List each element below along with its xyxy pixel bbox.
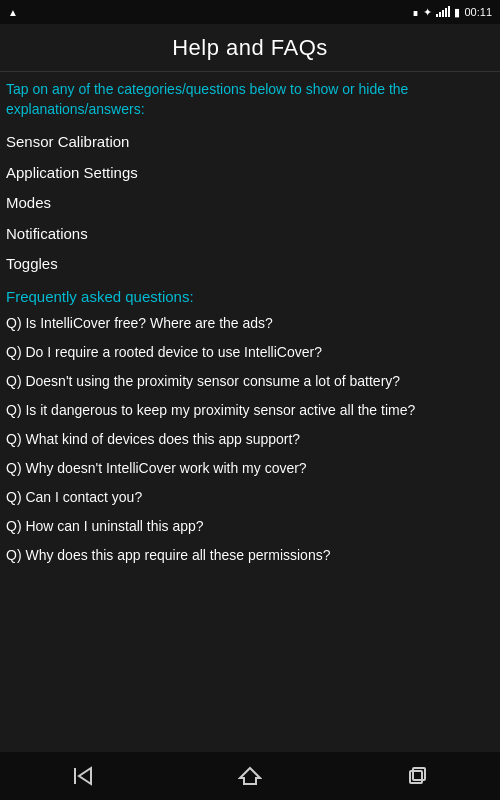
title-bar: Help and FAQs [0, 24, 500, 72]
faq-item-0[interactable]: Q) Is IntelliCover free? Where are the a… [6, 309, 494, 338]
categories-list: Sensor Calibration Application Settings … [6, 127, 494, 280]
content-area: Tap on any of the categories/questions b… [0, 72, 500, 752]
faq-section-header: Frequently asked questions: [6, 280, 494, 309]
nav-bar [0, 752, 500, 800]
status-bar: ▲ ∎ ✦ ▮ 00:11 [0, 0, 500, 24]
svg-marker-0 [79, 768, 91, 784]
bluetooth-icon: ∎ [412, 6, 419, 19]
svg-rect-3 [410, 771, 422, 783]
category-application-settings[interactable]: Application Settings [6, 158, 494, 189]
faq-item-4[interactable]: Q) What kind of devices does this app su… [6, 425, 494, 454]
svg-marker-2 [240, 768, 260, 784]
faq-item-8[interactable]: Q) Why does this app require all these p… [6, 541, 494, 570]
faq-item-7[interactable]: Q) How can I uninstall this app? [6, 512, 494, 541]
category-notifications[interactable]: Notifications [6, 219, 494, 250]
status-left: ▲ [8, 7, 18, 18]
svg-rect-4 [413, 768, 425, 780]
category-toggles[interactable]: Toggles [6, 249, 494, 280]
faq-item-5[interactable]: Q) Why doesn't IntelliCover work with my… [6, 454, 494, 483]
home-button[interactable] [220, 758, 280, 794]
page-title: Help and FAQs [172, 35, 328, 61]
faq-item-6[interactable]: Q) Can I contact you? [6, 483, 494, 512]
faq-list: Q) Is IntelliCover free? Where are the a… [6, 309, 494, 570]
back-button[interactable] [53, 758, 113, 794]
recent-button[interactable] [387, 758, 447, 794]
category-modes[interactable]: Modes [6, 188, 494, 219]
status-right: ∎ ✦ ▮ 00:11 [412, 5, 492, 19]
signal-icon: ▲ [8, 7, 18, 18]
faq-item-1[interactable]: Q) Do I require a rooted device to use I… [6, 338, 494, 367]
time-display: 00:11 [464, 6, 492, 18]
instruction-text: Tap on any of the categories/questions b… [6, 80, 494, 119]
wifi-icon: ✦ [423, 6, 432, 19]
category-sensor-calibration[interactable]: Sensor Calibration [6, 127, 494, 158]
battery-icon: ▮ [454, 6, 460, 19]
signal-bars [436, 5, 450, 19]
faq-item-2[interactable]: Q) Doesn't using the proximity sensor co… [6, 367, 494, 396]
faq-item-3[interactable]: Q) Is it dangerous to keep my proximity … [6, 396, 494, 425]
